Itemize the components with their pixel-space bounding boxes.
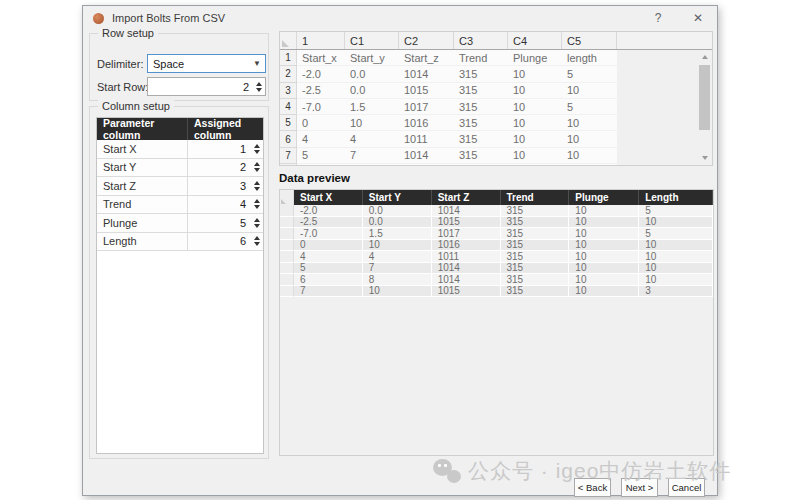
assigned-column-value[interactable]: 1 [188,143,250,155]
csv-cell: Plunge [508,50,562,66]
csv-cell: 8 [345,164,399,166]
scrollbar-thumb[interactable] [699,65,710,130]
preview-cell: 4 [294,251,363,263]
assigned-column-cell: 6 [188,233,263,251]
csv-column-header[interactable]: C1 [345,32,399,49]
spin-down-icon[interactable] [254,205,260,209]
assigned-column-spinner[interactable] [250,140,263,158]
assigned-column-value[interactable]: 3 [188,180,250,192]
spin-down-icon[interactable] [256,88,262,92]
preview-cell: 10 [569,217,639,229]
start-row-input[interactable]: 2 [147,77,266,96]
csv-cell: 10 [508,66,562,82]
spin-down-icon[interactable] [254,150,260,154]
csv-cell: 10 [562,148,617,164]
scroll-down-icon[interactable] [699,153,710,163]
preview-cell: 10 [639,274,713,286]
preview-row-header [280,251,294,263]
csv-column-header[interactable]: C3 [454,32,508,49]
assigned-column-value[interactable]: 2 [188,161,250,173]
column-setup-header-row: Parameter column Assigned column [97,118,263,140]
delimiter-select[interactable]: Space ▼ [147,54,266,73]
assigned-column-value[interactable]: 5 [188,217,250,229]
csv-cell: Start_z [399,50,454,66]
spin-up-icon[interactable] [254,181,260,185]
csv-row-header[interactable]: 1 [280,50,297,66]
preview-column-header[interactable]: Start Y [363,190,432,205]
spin-down-icon[interactable] [254,168,260,172]
close-icon[interactable]: ✕ [683,6,713,30]
column-setup-row: Trend4 [97,196,263,215]
csv-row-header[interactable]: 6 [280,131,297,147]
csv-cell: -2.0 [297,66,345,82]
preview-cell: 10 [639,263,713,275]
preview-row: 4410113151010 [280,251,713,263]
help-button[interactable]: ? [643,6,673,30]
preview-column-header[interactable]: Trend [501,190,570,205]
column-setup-row: Length6 [97,233,263,252]
csv-column-header[interactable]: C4 [508,32,562,49]
spin-up-icon[interactable] [254,199,260,203]
csv-row: 1Start_xStart_yStart_zTrendPlungelength [280,50,712,66]
preview-cell: 6 [294,274,363,286]
csv-row-header[interactable]: 5 [280,115,297,131]
preview-cell: 315 [501,251,570,263]
csv-row-header[interactable]: 8 [280,164,297,166]
csv-corner-cell[interactable] [280,32,297,49]
corner-triangle-icon [281,199,286,204]
preview-cell: 1017 [432,228,501,240]
csv-cell: 4 [297,131,345,147]
assigned-column-spinner[interactable] [250,159,263,177]
back-button[interactable]: < Back [574,478,611,497]
csv-header-filler [617,32,712,49]
preview-column-header[interactable]: Start Z [432,190,501,205]
assigned-column-value[interactable]: 6 [188,235,250,247]
spin-down-icon[interactable] [254,242,260,246]
parameter-name-cell: Start Y [97,159,188,177]
csv-row-header[interactable]: 7 [280,148,297,164]
csv-cell: 315 [454,164,508,166]
preview-column-header[interactable]: Plunge [569,190,639,205]
csv-cell: 315 [454,115,508,131]
preview-cell: 5 [639,205,713,217]
preview-cell: 315 [501,274,570,286]
assigned-column-spinner[interactable] [250,214,263,232]
title-bar[interactable]: Import Bolts From CSV ? ✕ [83,6,717,30]
spin-up-icon[interactable] [254,218,260,222]
spin-up-icon[interactable] [254,162,260,166]
preview-column-header[interactable]: Start X [294,190,363,205]
next-button[interactable]: Next > [621,478,658,497]
column-setup-body: Start X1Start Y2Start Z3Trend4Plunge5Len… [97,140,263,251]
cancel-button[interactable]: Cancel [668,478,705,497]
preview-corner-cell[interactable] [280,190,294,205]
csv-row-header[interactable]: 2 [280,66,297,82]
preview-cell: 1016 [432,240,501,252]
assigned-column-spinner[interactable] [250,233,263,251]
csv-cell: length [562,50,617,66]
preview-column-header[interactable]: Length [639,190,713,205]
preview-cell: 315 [501,217,570,229]
vertical-scrollbar[interactable] [699,52,710,163]
csv-cell: 10 [508,83,562,99]
spin-down-icon[interactable] [254,187,260,191]
preview-cell: 0.0 [363,217,432,229]
preview-cell: -2.0 [294,205,363,217]
spin-up-icon[interactable] [256,82,262,86]
spin-down-icon[interactable] [254,224,260,228]
spin-up-icon[interactable] [254,236,260,240]
assigned-column-spinner[interactable] [250,196,263,214]
csv-column-header[interactable]: C5 [562,32,617,49]
start-row-spinner[interactable] [252,78,265,95]
scroll-up-icon[interactable] [699,52,710,62]
csv-column-header[interactable]: C2 [399,32,454,49]
csv-row-header[interactable]: 4 [280,99,297,115]
spin-up-icon[interactable] [254,144,260,148]
csv-column-header[interactable]: 1 [297,32,345,49]
csv-cell: 10 [508,131,562,147]
assigned-column-value[interactable]: 4 [188,198,250,210]
csv-row-header[interactable]: 3 [280,83,297,99]
preview-row-header [280,263,294,275]
csv-row: 64410113151010 [280,131,712,147]
assigned-column-spinner[interactable] [250,177,263,195]
preview-row-header [280,217,294,229]
